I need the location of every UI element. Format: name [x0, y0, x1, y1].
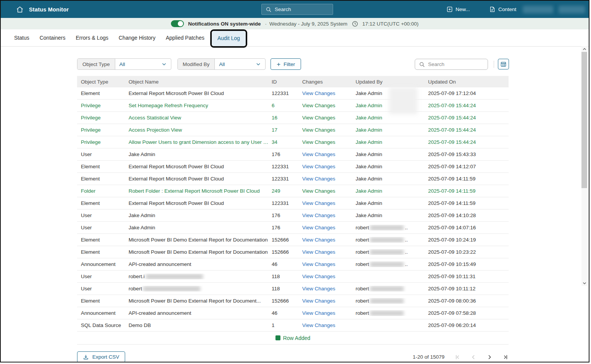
cell-updated-on: 2025-07-09 14:12:07: [428, 164, 509, 169]
cell-updated-by: Jake Admin: [356, 139, 428, 145]
cell-changes: View Changes: [302, 139, 356, 145]
scrollbar-thumb[interactable]: [581, 52, 587, 188]
cell-id: 122331: [272, 90, 302, 96]
cell-id: 176: [272, 225, 302, 230]
view-changes-link[interactable]: View Changes: [302, 139, 335, 145]
redacted-topbar-item: [523, 6, 553, 13]
next-page-button[interactable]: [486, 354, 493, 360]
cell-object-type: Element: [81, 176, 129, 182]
cell-changes: View Changes: [302, 249, 356, 255]
view-changes-link[interactable]: View Changes: [302, 188, 335, 194]
row-added-label: Row Added: [283, 335, 311, 341]
view-changes-link[interactable]: View Changes: [302, 213, 335, 218]
tab-change-history[interactable]: Change History: [119, 35, 156, 41]
cell-object-type: Element: [81, 298, 129, 304]
view-changes-link[interactable]: View Changes: [302, 322, 335, 328]
download-icon: [83, 354, 89, 360]
cell-updated-on: 2025-07-09 17:12:04: [428, 90, 509, 96]
cell-updated-by: Jake Admin: [356, 127, 428, 133]
home-icon[interactable]: [15, 5, 24, 14]
first-page-button[interactable]: [454, 354, 461, 360]
view-changes-link[interactable]: View Changes: [302, 164, 335, 169]
cell-updated-by: robert: [356, 286, 428, 292]
cell-object-name: External Report Microsoft Power BI Cloud: [129, 164, 272, 169]
chevron-down-icon: [256, 61, 261, 67]
vertical-scrollbar[interactable]: [581, 46, 587, 286]
table-search-input[interactable]: [428, 61, 478, 67]
cell-updated-by: robert..: [356, 225, 428, 230]
pagination: 1-20 of 15079: [413, 354, 509, 360]
object-type-filter-select[interactable]: All: [115, 59, 171, 69]
table-row: ElementMicrosoft Power BI Demo External …: [77, 246, 509, 258]
view-changes-link[interactable]: View Changes: [302, 274, 335, 279]
tab-applied-patches[interactable]: Applied Patches: [166, 35, 205, 41]
scroll-down-icon[interactable]: [581, 280, 587, 286]
object-type-filter-label: Object Type: [77, 59, 115, 69]
cell-updated-on: 2025-07-09 14:07:16: [428, 225, 509, 230]
content-button[interactable]: Content: [489, 1, 516, 18]
view-changes-link[interactable]: View Changes: [302, 200, 335, 206]
view-changes-link[interactable]: View Changes: [302, 310, 335, 316]
modified-by-filter-select[interactable]: All: [215, 59, 265, 69]
cell-object-type: Privilege: [81, 103, 129, 108]
view-changes-link[interactable]: View Changes: [302, 298, 335, 304]
cell-updated-by: Jake Admin: [356, 176, 428, 182]
export-csv-button[interactable]: Export CSV: [77, 351, 125, 362]
view-changes-link[interactable]: View Changes: [302, 237, 335, 243]
previous-page-button[interactable]: [470, 354, 477, 360]
cell-updated-on: 2025-07-09 10:11:12: [428, 286, 509, 292]
column-settings-button[interactable]: [498, 59, 509, 69]
cell-updated-by: robert: [356, 298, 428, 304]
table-row: UserJake Admin176View Changesrobert..202…: [77, 222, 509, 234]
table-row: PrivilegeSet Homepage Refresh Frequency6…: [77, 100, 509, 112]
cell-object-type: Element: [81, 164, 129, 169]
cell-object-type: Privilege: [81, 127, 129, 133]
add-filter-button[interactable]: + Filter: [271, 58, 301, 70]
view-changes-link[interactable]: View Changes: [302, 151, 335, 157]
table-search: [415, 59, 488, 70]
cell-object-name: Demo DB: [129, 322, 272, 328]
global-search[interactable]: Search: [261, 4, 333, 15]
cell-object-type: SQL Data Source: [81, 322, 129, 328]
cell-id: 34: [272, 139, 302, 145]
cell-updated-by: robert..: [356, 237, 428, 243]
cell-changes: View Changes: [302, 213, 356, 218]
scroll-up-icon[interactable]: [581, 46, 587, 52]
view-changes-link[interactable]: View Changes: [302, 225, 335, 230]
view-changes-link[interactable]: View Changes: [302, 176, 335, 182]
page-range: 1-20 of 15079: [413, 354, 444, 360]
cell-updated-on: 2025-07-09 15:44:24: [428, 103, 509, 108]
cell-updated-by: robert: [356, 310, 428, 316]
redacted-text: [370, 237, 404, 243]
cell-changes: View Changes: [302, 151, 356, 157]
cell-id: 46: [272, 310, 302, 316]
cell-updated-on: 2025-07-09 14:10:28: [428, 213, 509, 218]
last-page-button[interactable]: [502, 354, 509, 360]
new-button[interactable]: New...: [446, 1, 470, 18]
tab-containers[interactable]: Containers: [40, 35, 66, 41]
cell-id: 249: [272, 188, 302, 194]
view-changes-link[interactable]: View Changes: [302, 249, 335, 255]
cell-changes: View Changes: [302, 103, 356, 108]
tab-errors-logs[interactable]: Errors & Logs: [76, 35, 108, 41]
notifications-toggle[interactable]: [171, 20, 184, 27]
tab-status[interactable]: Status: [14, 35, 29, 41]
view-changes-link[interactable]: View Changes: [302, 261, 335, 267]
tab-audit-log[interactable]: Audit Log: [212, 31, 246, 46]
view-changes-link[interactable]: View Changes: [302, 115, 335, 121]
cell-object-name: Microsoft Power BI Demo External Report …: [129, 237, 272, 243]
notification-time: 17:12 UTC(UTC +00:00): [362, 21, 419, 27]
cell-object-type: Announcement: [81, 261, 129, 267]
cell-changes: View Changes: [302, 237, 356, 243]
view-changes-link[interactable]: View Changes: [302, 103, 335, 108]
annotation-highlight: Audit Log: [210, 29, 247, 48]
view-changes-link[interactable]: View Changes: [302, 127, 335, 133]
view-changes-link[interactable]: View Changes: [302, 90, 335, 96]
cell-object-type: User: [81, 151, 129, 157]
view-changes-link[interactable]: View Changes: [302, 286, 335, 292]
column-header-object-name: Object Name: [129, 79, 272, 85]
modified-by-filter: Modified By All: [177, 58, 266, 70]
table-row: AnnouncementAPI-created announcement46Vi…: [77, 307, 509, 319]
table-row: ElementExternal Report Microsoft Power B…: [77, 161, 509, 173]
cell-object-name: Microsoft Power BI Demo External Report …: [129, 249, 272, 255]
